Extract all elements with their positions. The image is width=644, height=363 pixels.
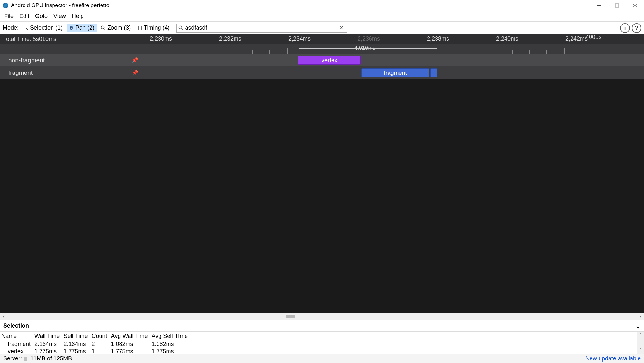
- col-avg-self[interactable]: Avg Self TIme: [150, 332, 190, 340]
- scroll-right-button[interactable]: ›: [637, 313, 644, 320]
- cell-name: vertex: [0, 348, 33, 354]
- tick-label: 2,236ms: [358, 35, 380, 42]
- info-button[interactable]: i: [620, 23, 630, 33]
- cell-count: 1: [90, 348, 110, 354]
- tick-mark: [582, 50, 582, 54]
- selection-table: Name Wall Time Self Time Count Avg Wall …: [0, 332, 190, 354]
- memory-text: 11MB of 125MB: [30, 355, 72, 362]
- zoom-icon: [101, 25, 106, 31]
- toolbar: Mode: Selection (1) Pan (2) Zoom (3) Tim…: [0, 22, 644, 34]
- col-wall-time[interactable]: Wall Time: [33, 332, 62, 340]
- menu-edit[interactable]: Edit: [16, 12, 32, 21]
- menu-file[interactable]: File: [1, 12, 16, 21]
- col-avg-wall[interactable]: Avg Wall Time: [110, 332, 150, 340]
- window-title: Android GPU Inspector - freefire.perfett…: [11, 2, 109, 9]
- svg-line-6: [104, 29, 105, 30]
- mode-selection[interactable]: Selection (1): [21, 24, 65, 32]
- svg-point-10: [179, 26, 182, 29]
- track-label: fragment: [8, 69, 33, 76]
- menubar: File Edit Goto View Help: [0, 11, 644, 22]
- tick-label: 2,234ms: [288, 35, 311, 42]
- menu-view[interactable]: View: [51, 12, 69, 21]
- mode-timing[interactable]: Timing (4): [135, 24, 172, 32]
- timeline-hscrollbar[interactable]: ‹ ›: [0, 313, 644, 320]
- pin-icon[interactable]: 📌: [132, 70, 138, 76]
- scroll-left-button[interactable]: ‹: [0, 313, 7, 320]
- tick-mark: [616, 50, 616, 54]
- col-count[interactable]: Count: [90, 332, 110, 340]
- mode-zoom-label: Zoom (3): [107, 25, 131, 31]
- cell-self: 1.775ms: [62, 348, 90, 354]
- tracks-background: [0, 79, 644, 313]
- scroll-up-button[interactable]: ˄: [637, 332, 644, 339]
- mode-pan-label: Pan (2): [75, 25, 94, 31]
- search-box[interactable]: ✕: [176, 24, 347, 33]
- hscroll-thumb[interactable]: [286, 315, 295, 318]
- table-row[interactable]: fragment 2.164ms 2.164ms 2 1.082ms 1.082…: [0, 340, 190, 348]
- track-label-cell: non-fragment 📌: [0, 54, 142, 66]
- pin-icon[interactable]: 📌: [132, 57, 138, 63]
- help-button[interactable]: ?: [632, 23, 641, 33]
- scroll-down-button[interactable]: ˅: [637, 347, 644, 354]
- timeline[interactable]: Total Time: 5s010ms 400us 2,230ms 2,232m…: [0, 34, 644, 313]
- selection-vscrollbar[interactable]: ˄ ˅: [637, 332, 644, 354]
- mode-zoom[interactable]: Zoom (3): [99, 24, 133, 32]
- slice-fragment[interactable]: fragment: [361, 68, 429, 77]
- mode-pan[interactable]: Pan (2): [67, 24, 97, 32]
- slice-fragment-tail[interactable]: [430, 68, 437, 77]
- collapse-icon[interactable]: ⌄: [635, 322, 641, 330]
- statusbar: Server: 11MB of 125MB New update availab…: [0, 354, 644, 363]
- tick-mark: [529, 50, 530, 54]
- track-lane[interactable]: vertex: [142, 54, 644, 66]
- svg-point-5: [101, 26, 104, 29]
- col-self-time[interactable]: Self Time: [62, 332, 90, 340]
- svg-line-11: [182, 29, 183, 30]
- selection-icon: [24, 25, 29, 31]
- close-button[interactable]: [626, 0, 644, 11]
- help-icon: ?: [635, 25, 638, 31]
- cell-avg-self: 1.082ms: [150, 340, 190, 348]
- track-row-fragment[interactable]: fragment 📌 fragment: [0, 66, 644, 79]
- app-icon: [3, 3, 8, 8]
- tick-mark: [495, 48, 495, 54]
- tick-mark: [564, 48, 565, 54]
- slice-label: vertex: [322, 57, 337, 64]
- menu-help[interactable]: Help: [69, 12, 87, 21]
- status-server: Server: 11MB of 125MB: [3, 355, 72, 362]
- selection-panel: Selection ⌄ Name Wall Time Self Time Cou…: [0, 320, 644, 354]
- search-clear-button[interactable]: ✕: [338, 25, 345, 31]
- tracks: non-fragment 📌 vertex fragment 📌 fragmen…: [0, 54, 644, 313]
- cell-avg-wall: 1.082ms: [110, 340, 150, 348]
- table-row[interactable]: vertex 1.775ms 1.775ms 1 1.775ms 1.775ms: [0, 348, 190, 354]
- svg-rect-1: [615, 4, 619, 7]
- total-time-label: Total Time: 5s010ms: [3, 36, 56, 43]
- server-label: Server:: [3, 355, 22, 362]
- search-input[interactable]: [185, 25, 338, 31]
- hscroll-track[interactable]: [7, 314, 637, 319]
- track-row-non-fragment[interactable]: non-fragment 📌 vertex: [0, 54, 644, 66]
- col-name[interactable]: Name: [0, 332, 33, 340]
- tick-mark: [269, 50, 270, 54]
- tick-mark: [200, 50, 200, 54]
- tick-mark: [443, 50, 443, 54]
- tick-mark: [183, 50, 183, 54]
- cell-wall: 1.775ms: [33, 348, 62, 354]
- slice-vertex[interactable]: vertex: [298, 56, 361, 65]
- cell-wall: 2.164ms: [33, 340, 62, 348]
- tick-mark: [166, 50, 166, 54]
- minimize-button[interactable]: [590, 0, 608, 11]
- tick-mark: [252, 50, 253, 54]
- update-link[interactable]: New update available: [585, 355, 641, 362]
- maximize-button[interactable]: [608, 0, 626, 11]
- cell-self: 2.164ms: [62, 340, 90, 348]
- cell-avg-wall: 1.775ms: [110, 348, 150, 354]
- tick-mark: [460, 50, 460, 54]
- timing-icon: [137, 25, 142, 31]
- menu-goto[interactable]: Goto: [32, 12, 51, 21]
- track-lane[interactable]: fragment: [142, 66, 644, 79]
- mode-label: Mode:: [3, 25, 19, 31]
- tick-mark: [512, 50, 513, 54]
- titlebar-left: Android GPU Inspector - freefire.perfett…: [3, 2, 109, 9]
- selection-range-line: [299, 48, 437, 49]
- track-label: non-fragment: [8, 57, 45, 64]
